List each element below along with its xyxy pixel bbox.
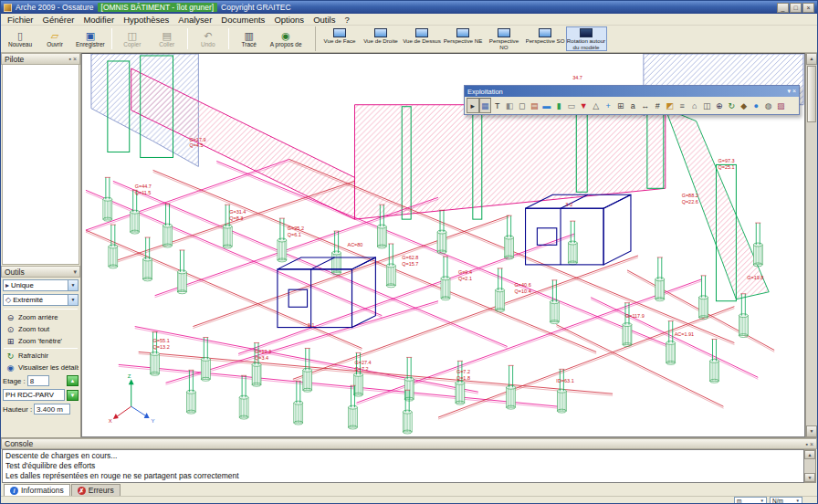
slabs-visibility-icon[interactable]: ▭ (565, 98, 578, 113)
vue-de-face-button[interactable]: Vue de Face (320, 26, 361, 51)
storey-select[interactable]: PH RDC-PARV (3, 389, 65, 401)
hatch-display-icon[interactable]: ▨ (775, 98, 788, 113)
groups-display-icon[interactable]: ◍ (762, 98, 775, 113)
selection-filter-icon[interactable]: ▦ (479, 98, 492, 113)
pilote-panel: Pilote ▪ × (1, 53, 80, 266)
menu-item-outils[interactable]: Outils (309, 15, 340, 25)
rafraichir-button[interactable]: ↻Rafraîchir (3, 350, 79, 362)
zoom-tout-button[interactable]: ⊙Zoom tout (3, 323, 79, 335)
menu-item-gnrer[interactable]: Générer (38, 15, 79, 25)
tab-erreurs[interactable]: ✗Erreurs (71, 484, 121, 496)
pilote-panel-body[interactable] (2, 65, 79, 265)
ouvrir-button[interactable]: ▱Ouvrir (37, 26, 72, 51)
selection-mode-select[interactable]: ▸ Unique ▼ (3, 279, 79, 291)
storey-up-button[interactable]: ▲ (67, 375, 79, 386)
grid-display-icon[interactable]: ⊞ (614, 98, 627, 113)
svg-text:G=9.4: G=9.4 (458, 269, 472, 275)
vue-de-dessus-button[interactable]: Vue de Dessus (402, 26, 443, 51)
materials-display-icon[interactable]: ◆ (738, 98, 750, 113)
chevron-down-icon[interactable]: ▼ (68, 280, 78, 290)
zoom-display-icon[interactable]: ⊕ (713, 98, 726, 113)
pin-icon[interactable]: ▪ (805, 441, 807, 447)
selection-mode-value: Unique (11, 281, 34, 289)
menu-item-documents[interactable]: Documents (216, 15, 269, 25)
zoom-fenetre-button[interactable]: ⊞Zoom 'fenêtre' (3, 335, 79, 347)
monitor-icon (580, 28, 593, 37)
maximize-button[interactable]: □ (790, 3, 802, 13)
section-display-icon[interactable]: ◫ (701, 98, 714, 113)
vue-de-droite-button[interactable]: Vue de Droite (361, 26, 402, 51)
zoom-arriere-button[interactable]: ⊖Zoom arrière (3, 311, 79, 323)
menu-item-?[interactable]: ? (340, 15, 353, 25)
visualiser-details-button-label: Visualiser les détails (18, 363, 79, 372)
walls-visibility-icon[interactable]: ▤ (529, 98, 541, 113)
unit-length-select[interactable]: m▼ (734, 497, 767, 504)
pin-icon[interactable]: ▪ (68, 56, 70, 62)
scroll-down-icon[interactable]: ▼ (806, 425, 817, 437)
chevron-down-icon[interactable]: ▾ (787, 88, 791, 95)
scrollbar-thumb[interactable] (807, 66, 816, 122)
menu-item-hypothses[interactable]: Hypothèses (119, 15, 173, 25)
beams-visibility-icon[interactable]: ▬ (540, 98, 553, 113)
model-viewport[interactable]: 34.7G=17.9Q=4.5G=44.7Q=11.5G=31.4Q=8.3G=… (81, 53, 805, 437)
pointer-icon[interactable]: ▸ (467, 98, 479, 113)
perspective-ne-button[interactable]: Perspective NE (443, 26, 484, 51)
columns-visibility-icon[interactable]: ▮ (553, 98, 566, 113)
loads-visibility-icon[interactable]: ▼ (578, 98, 591, 113)
coller-icon: ▤ (163, 30, 172, 41)
chevron-down-icon[interactable]: ▾ (73, 268, 77, 276)
viewport-vertical-scrollbar[interactable]: ▲ ▼ (805, 53, 817, 437)
labels-display-icon[interactable]: a (627, 98, 640, 113)
visualiser-details-button[interactable]: ◉Visualiser les détails (3, 362, 79, 373)
wireframe-mode-icon[interactable]: ◻ (516, 98, 529, 113)
a-propos-button[interactable]: ◉A propos de (267, 26, 306, 51)
close-icon[interactable]: × (792, 88, 796, 95)
scroll-up-icon[interactable]: ▲ (804, 450, 815, 459)
console-vertical-scrollbar[interactable]: ▲ ▼ (804, 449, 816, 483)
console-lines: Descente de charges en cours...Test d'éq… (2, 449, 804, 483)
outils-panel: Outils ▾ ▸ Unique ▼ ◇ Extrémité (1, 266, 80, 437)
rotation-modele-button[interactable]: Rotation autour du modèle (566, 26, 607, 51)
chevron-down-icon[interactable]: ▼ (68, 295, 78, 305)
text-display-icon[interactable]: T (491, 98, 504, 113)
menu-item-fichier[interactable]: Fichier (3, 15, 38, 25)
svg-text:G=44.7: G=44.7 (135, 184, 152, 189)
nouveau-button[interactable]: ▯Nouveau (3, 26, 37, 51)
menu-item-options[interactable]: Options (269, 15, 309, 25)
hauteur-input[interactable] (34, 404, 70, 415)
minimize-button[interactable]: _ (777, 3, 789, 13)
menu-item-modifier[interactable]: Modifier (79, 15, 119, 25)
svg-text:Q=25.1: Q=25.1 (718, 164, 734, 170)
svg-text:G=19.8: G=19.8 (747, 275, 763, 280)
svg-text:G=55.1: G=55.1 (153, 338, 170, 343)
refresh-display-icon[interactable]: ↻ (726, 98, 739, 113)
color-settings-icon[interactable]: ◩ (664, 98, 676, 113)
nodes-display-icon[interactable]: ● (750, 98, 763, 113)
snap-mode-select[interactable]: ◇ Extrémité ▼ (3, 294, 79, 306)
close-icon[interactable]: × (810, 441, 813, 447)
svg-text:G=117.9: G=117.9 (625, 313, 645, 319)
shading-mode-icon[interactable]: ◧ (504, 98, 517, 113)
local-axes-icon[interactable]: + (603, 98, 615, 113)
close-button[interactable]: × (802, 3, 814, 13)
perspective-no-button[interactable]: Perspective NO (484, 26, 525, 51)
menu-item-analyser[interactable]: Analyser (173, 15, 216, 25)
scroll-up-icon[interactable]: ▲ (806, 53, 817, 65)
layers-icon[interactable]: ≡ (676, 98, 689, 113)
scroll-down-icon[interactable]: ▼ (804, 473, 815, 482)
close-icon[interactable]: × (73, 56, 77, 62)
etage-input[interactable] (27, 375, 49, 386)
zoom-fenetre-icon: ⊞ (5, 337, 16, 346)
console-panel-header: Console ▪ × (1, 438, 817, 449)
numbering-display-icon[interactable]: # (652, 98, 665, 113)
perspective-so-button[interactable]: Perspective SO (525, 26, 566, 51)
trace-button[interactable]: ▥Tracé (232, 26, 267, 51)
unit-force-select[interactable]: N/m▼ (770, 497, 802, 504)
enregistrer-button[interactable]: ▣Enregistrer (72, 26, 109, 51)
tab-informations[interactable]: iInformations (4, 484, 70, 496)
exploitation-toolbar-header[interactable]: Exploitation ▾ × (465, 86, 799, 97)
storeys-display-icon[interactable]: ⌂ (688, 98, 701, 113)
storey-down-button[interactable]: ▼ (67, 390, 79, 401)
dimensions-display-icon[interactable]: ↔ (639, 98, 652, 113)
supports-visibility-icon[interactable]: △ (590, 98, 603, 113)
